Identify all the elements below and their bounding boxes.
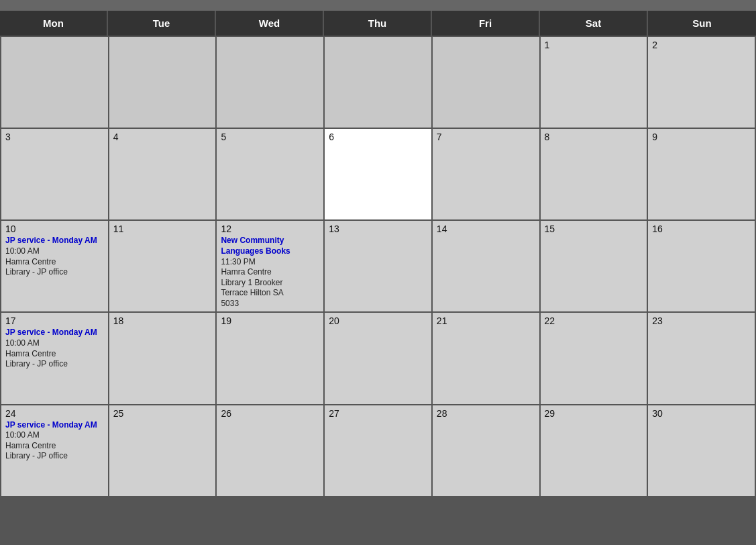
cell-date: 23: [652, 315, 751, 326]
day-headers-row: MonTueWedThuFriSatSun: [0, 11, 756, 36]
calendar-cell: 24JP service - Monday AM10:00 AMHamra Ce…: [1, 405, 109, 497]
calendar-cell: [217, 37, 325, 129]
calendar-cell: 3: [1, 129, 109, 221]
cell-date: 3: [5, 132, 104, 142]
cell-date: 22: [545, 315, 643, 326]
cell-date: 12: [221, 224, 319, 234]
event-detail: 10:00 AM: [5, 338, 104, 349]
cell-date: 9: [652, 132, 751, 142]
cell-date: 1: [545, 40, 643, 50]
calendar-cell: 26: [217, 405, 325, 497]
cell-date: 7: [437, 132, 535, 142]
cell-date: 2: [652, 40, 751, 50]
calendar-cell: 1: [541, 37, 649, 129]
cell-date: 29: [545, 408, 643, 419]
calendar-cell: 28: [433, 405, 541, 497]
event-detail: Hamra Centre: [5, 257, 104, 268]
calendar-cell: 21: [433, 313, 541, 405]
calendar-wrapper: MonTueWedThuFriSatSun 12345678910JP serv…: [0, 0, 756, 545]
event-title[interactable]: JP service - Monday AM: [5, 420, 104, 431]
cell-date: 27: [329, 408, 427, 419]
calendar-cell: 29: [541, 405, 649, 497]
cell-date: 24: [5, 408, 104, 419]
event-detail: Library - JP office: [5, 267, 104, 278]
event-detail: Library - JP office: [5, 451, 104, 462]
cell-date: 5: [221, 132, 319, 142]
calendar-cell: 25: [109, 405, 217, 497]
cell-date: 4: [113, 132, 212, 142]
event-title[interactable]: JP service - Monday AM: [5, 328, 104, 338]
calendar-cell: 18: [109, 313, 217, 405]
calendar-cell: 11: [109, 221, 217, 313]
event-block[interactable]: JP service - Monday AM10:00 AMHamra Cent…: [5, 420, 104, 462]
calendar-cell: [325, 37, 433, 129]
cell-date: 20: [329, 315, 427, 326]
day-header-thu: Thu: [324, 11, 432, 36]
calendar-cell: [433, 37, 541, 129]
calendar-cell: [109, 37, 217, 129]
calendar-cell: 8: [541, 129, 649, 221]
event-detail: 5033: [221, 299, 319, 309]
event-detail: Hamra Centre: [5, 441, 104, 452]
calendar-cell: 4: [109, 129, 217, 221]
cell-date: 28: [437, 408, 535, 419]
calendar-cell: 15: [541, 221, 649, 313]
day-header-tue: Tue: [108, 11, 216, 36]
cell-date: 21: [437, 315, 535, 326]
event-detail: Library - JP office: [5, 359, 104, 370]
calendar-cell: 10JP service - Monday AM10:00 AMHamra Ce…: [1, 221, 109, 313]
event-title[interactable]: JP service - Monday AM: [5, 236, 104, 246]
cell-date: 17: [5, 315, 104, 326]
event-detail: Hamra Centre: [5, 349, 104, 360]
calendar-cell: 9: [648, 129, 756, 221]
cell-date: 26: [221, 408, 319, 419]
calendar-cell: 19: [217, 313, 325, 405]
cell-date: 25: [113, 408, 212, 419]
cell-date: 11: [113, 224, 212, 234]
day-header-wed: Wed: [216, 11, 324, 36]
calendar-cell: 20: [325, 313, 433, 405]
day-header-fri: Fri: [432, 11, 540, 36]
calendar-cell: 30: [648, 405, 756, 497]
day-header-sun: Sun: [648, 11, 756, 36]
cell-date: 19: [221, 315, 319, 326]
calendar-header: [0, 0, 756, 11]
event-detail: Library 1 Brooker: [221, 278, 319, 289]
cell-date: 8: [545, 132, 643, 142]
calendar-cell: 13: [325, 221, 433, 313]
cell-date: 16: [652, 224, 751, 234]
calendar-cell: 7: [433, 129, 541, 221]
calendar-grid: 12345678910JP service - Monday AM10:00 A…: [0, 36, 756, 497]
calendar-cell: 14: [433, 221, 541, 313]
calendar-cell: 16: [648, 221, 756, 313]
cell-date: 14: [437, 224, 535, 234]
calendar-cell: 22: [541, 313, 649, 405]
calendar-cell: 6: [325, 129, 433, 221]
calendar-cell: 27: [325, 405, 433, 497]
cell-date: 13: [329, 224, 427, 234]
event-block[interactable]: JP service - Monday AM10:00 AMHamra Cent…: [5, 328, 104, 369]
event-detail: Terrace Hilton SA: [221, 288, 319, 299]
event-detail: 10:00 AM: [5, 430, 104, 441]
calendar-cell: 2: [648, 37, 756, 129]
event-block[interactable]: JP service - Monday AM10:00 AMHamra Cent…: [5, 236, 104, 277]
day-header-mon: Mon: [0, 11, 108, 36]
event-block[interactable]: New Community Languages Books11:30 PMHam…: [221, 236, 319, 309]
event-detail: Hamra Centre: [221, 267, 319, 278]
calendar-cell: 5: [217, 129, 325, 221]
event-detail: 10:00 AM: [5, 246, 104, 257]
calendar-cell: [1, 37, 109, 129]
cell-date: 15: [545, 224, 643, 234]
day-header-sat: Sat: [540, 11, 648, 36]
calendar-cell: 17JP service - Monday AM10:00 AMHamra Ce…: [1, 313, 109, 405]
cell-date: 6: [329, 132, 427, 142]
cell-date: 30: [652, 408, 751, 419]
cell-date: 10: [5, 224, 104, 234]
calendar-cell: 12New Community Languages Books11:30 PMH…: [217, 221, 325, 313]
event-title[interactable]: New Community Languages Books: [221, 236, 319, 256]
event-detail: 11:30 PM: [221, 257, 319, 268]
cell-date: 18: [113, 315, 212, 326]
calendar-cell: 23: [648, 313, 756, 405]
